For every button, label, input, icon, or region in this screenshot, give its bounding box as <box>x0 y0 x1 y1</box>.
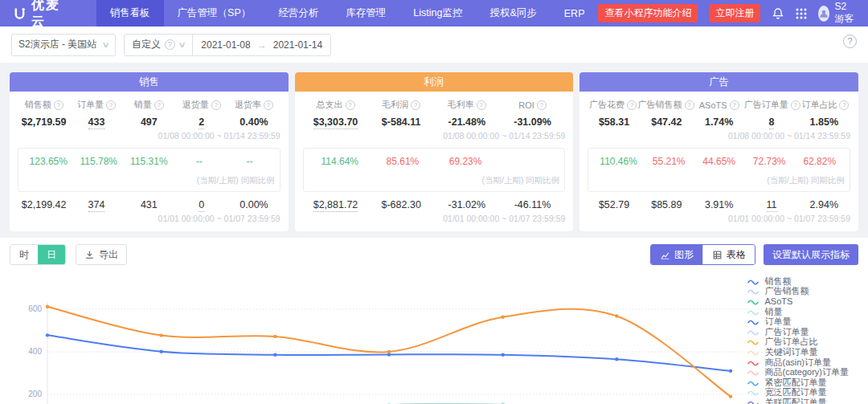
column-label-text: 销售额 <box>25 99 51 111</box>
arrow-right-icon: → <box>257 39 267 51</box>
date-end-value: 2021-01-14 <box>273 39 322 51</box>
compare-label: (当期/上期) 同期比例 <box>23 175 275 186</box>
metric-help-icon[interactable]: ? <box>791 100 800 110</box>
metric-value-text[interactable]: 374 <box>88 199 105 212</box>
nav-item-销售看板[interactable]: 销售看板 <box>96 0 164 27</box>
metric-value-text: $2,719.59 <box>22 116 67 128</box>
compare-value: 69.23% <box>434 156 497 167</box>
metric-help-icon[interactable]: ? <box>54 100 63 110</box>
metric-help-icon[interactable]: ? <box>211 100 221 110</box>
wave-line-icon <box>747 298 759 305</box>
hour-toggle-button[interactable]: 时 <box>10 245 38 264</box>
metric-value-text[interactable]: $3,303.70 <box>313 116 358 129</box>
metric-help-icon[interactable]: ? <box>839 100 849 110</box>
compare-value: 114.64% <box>309 156 371 167</box>
column-label-text: 广告销售额 <box>638 99 682 111</box>
help-question-icon[interactable]: ? <box>165 39 175 50</box>
compare-value: 85.61% <box>371 156 434 167</box>
metric-value-text[interactable]: 8 <box>769 116 775 129</box>
miniprogram-intro-button[interactable]: 查看小程序功能介绍 <box>598 4 698 22</box>
nav-item-ERP[interactable]: ERP <box>551 0 599 27</box>
trend-chart[interactable]: 200400600 销售额广告销售额ASoTS销量订单量广告订单量广告订单占比关… <box>10 273 858 404</box>
table-view-button[interactable]: 表格 <box>702 245 755 264</box>
date-range-inputs[interactable]: 2021-01-08 → 2021-01-14 <box>193 39 330 51</box>
metric-value-text[interactable]: 0 <box>199 199 204 212</box>
nav-item-广告管理（SP）[interactable]: 广告管理（SP） <box>164 0 265 27</box>
metric-value-text: $47.42 <box>651 116 682 128</box>
column-label-text: 销量 <box>134 99 152 111</box>
metric-help-icon[interactable]: ? <box>106 100 116 110</box>
metric-value-text[interactable]: 11 <box>767 199 777 212</box>
legend-item-关联匹配订单量[interactable]: 关联匹配订单量 <box>747 398 849 404</box>
compare-label: (当期/上期) 同期比例 <box>309 175 560 186</box>
metric-value: 497 <box>123 116 175 128</box>
column-headers: 销售额?订单量?销量?退货量?退货率? <box>18 99 280 111</box>
compare-values: 123.65%115.78%115.31%---- <box>23 156 275 167</box>
nav-menu: 销售看板广告管理（SP）经营分析库存管理Listing监控授权&同步ERP <box>96 0 599 27</box>
metric-value: 11 <box>745 199 797 210</box>
user-menu[interactable]: S2游客 <box>818 1 855 26</box>
chart-legend: 销售额广告销售额ASoTS销量订单量广告订单量广告订单占比关键词订单量商品(as… <box>747 276 849 404</box>
chart-view-button[interactable]: 图形 <box>651 245 702 264</box>
chart-toolbar: 时 日 导出 图形 表格 <box>10 244 858 265</box>
apps-grid-icon[interactable] <box>796 8 807 19</box>
wave-line-icon <box>747 318 759 325</box>
notification-bell-icon[interactable] <box>772 7 784 20</box>
current-period: 01/08 00:00:00 ~ 01/14 23:59:59 <box>303 131 566 141</box>
legend-item-广告销售额[interactable]: 广告销售额 <box>747 287 849 297</box>
column-label: 毛利率? <box>434 99 500 111</box>
metric-help-icon[interactable]: ? <box>685 100 694 110</box>
legend-item-销量[interactable]: 销量 <box>747 307 849 317</box>
metric-value: 0 <box>175 199 227 210</box>
column-label: 毛利润? <box>368 99 434 111</box>
metric-value: 433 <box>70 116 122 128</box>
metric-value-text: -21.48% <box>448 116 486 128</box>
column-label: ASoTS? <box>694 100 744 110</box>
nav-item-库存管理[interactable]: 库存管理 <box>332 0 399 27</box>
metric-value-text[interactable]: $2,881.72 <box>313 199 358 212</box>
app-logo[interactable]: 优麦云 <box>13 0 72 27</box>
nav-item-Listing监控[interactable]: Listing监控 <box>399 0 476 27</box>
nav-item-授权&同步[interactable]: 授权&同步 <box>476 0 550 27</box>
legend-item-ASoTS[interactable]: ASoTS <box>747 296 849 307</box>
metric-value-text: 0.00% <box>240 199 268 210</box>
previous-period: 01/01 00:00:00 ~ 01/07 23:59:59 <box>303 214 566 223</box>
view-toggle: 图形 表格 <box>650 244 755 265</box>
metric-help-icon[interactable]: ? <box>537 100 547 110</box>
metric-help-icon[interactable]: ? <box>477 100 486 110</box>
metric-help-icon[interactable]: ? <box>264 100 273 110</box>
metric-value-text[interactable]: 2 <box>199 116 204 129</box>
page-help-icon[interactable]: ? <box>843 35 857 48</box>
previous-values: $2,199.4237443100.00% <box>18 199 280 210</box>
export-button[interactable]: 导出 <box>76 244 127 265</box>
panel-title: 利润 <box>295 72 574 92</box>
date-range-picker: 自定义 ? ∨ 2021-01-08 → 2021-01-14 <box>124 34 331 56</box>
table-icon <box>712 250 723 260</box>
compare-value: 62.82% <box>794 156 845 167</box>
date-range-type-select[interactable]: 自定义 ? ∨ <box>125 35 193 55</box>
metric-help-icon[interactable]: ? <box>154 100 164 110</box>
shop-select[interactable]: S2演示店 - 美国站 ∨ <box>11 34 116 56</box>
current-period: 01/08 00:00:00 ~ 01/14 23:59:59 <box>18 131 280 141</box>
metric-help-icon[interactable]: ? <box>346 100 355 110</box>
metric-value-text[interactable]: 433 <box>88 116 105 129</box>
nav-item-经营分析[interactable]: 经营分析 <box>264 0 332 27</box>
day-toggle-button[interactable]: 日 <box>38 245 65 264</box>
panel-销售: 销售销售额?订单量?销量?退货量?退货率?$2,719.5943349720.4… <box>10 72 289 231</box>
filter-bar: S2演示店 - 美国站 ∨ 自定义 ? ∨ 2021-01-08 → 2021-… <box>0 27 868 63</box>
metric-help-icon[interactable]: ? <box>730 100 739 110</box>
logo-text: 优麦云 <box>31 0 72 31</box>
register-now-button[interactable]: 立即注册 <box>709 4 760 22</box>
metric-value-text: 431 <box>141 199 158 210</box>
download-icon <box>84 250 95 260</box>
metric-value: $47.42 <box>641 116 693 128</box>
compare-label: (当期/上期) 同期比例 <box>593 175 845 186</box>
column-label: 退货量? <box>175 99 227 111</box>
panel-body: 总支出?毛利润?毛利率?ROI?$3,303.70$-584.11-21.48%… <box>295 92 574 231</box>
wave-line-icon <box>747 338 759 345</box>
panel-广告: 广告广告花费?广告销售额?ASoTS?广告订单量?订单占比?$58.31$47.… <box>579 72 858 231</box>
metric-help-icon[interactable]: ? <box>627 100 637 110</box>
metric-help-icon[interactable]: ? <box>411 100 420 110</box>
set-default-metrics-button[interactable]: 设置默认展示指标 <box>764 244 858 265</box>
metric-value: -31.02% <box>434 199 500 210</box>
